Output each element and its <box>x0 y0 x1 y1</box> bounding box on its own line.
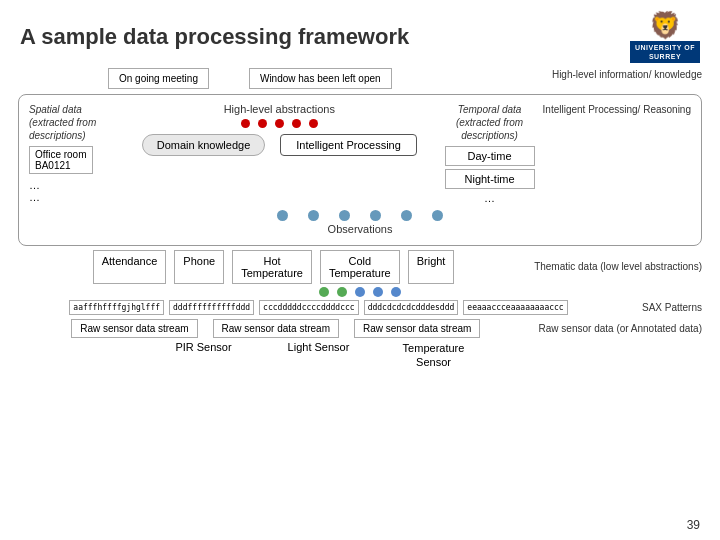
sensor-name-temperature: TemperatureSensor <box>384 341 484 370</box>
red-dot-5 <box>309 119 318 128</box>
red-dot-4 <box>292 119 301 128</box>
observations-label: Observations <box>29 223 691 235</box>
obs-circle-6 <box>432 210 443 221</box>
temporal-section: Temporal data(extracted fromdescriptions… <box>445 103 535 204</box>
spatial-label: Spatial data(extracted fromdescriptions) <box>29 103 114 142</box>
obs-circles-row <box>29 210 691 221</box>
sensor-name-light: Light Sensor <box>269 341 369 370</box>
framework-inner: Spatial data(extracted fromdescriptions)… <box>29 103 691 204</box>
main-content: On going meeting Window has been left op… <box>0 68 720 370</box>
obs-circle-1 <box>277 210 288 221</box>
sensor-boxes: Attendance Phone HotTemperature ColdTemp… <box>18 250 529 284</box>
domain-intel-row: Domain knowledge Intelligent Processing <box>142 134 417 156</box>
sax-pattern-5: eeaaaccceaaaaaaaaccc <box>463 300 567 315</box>
sensor-box-phone: Phone <box>174 250 224 284</box>
sax-label: SAX Patterns <box>624 302 702 313</box>
sax-pattern-2: dddffffffffffddd <box>169 300 254 315</box>
obs-circle-3 <box>339 210 350 221</box>
blue-circle-3 <box>391 287 401 297</box>
sax-pattern-4: dddcdcdcdcdddesddd <box>364 300 459 315</box>
high-level-abs-label: High-level abstractions <box>224 103 335 115</box>
thematic-label: Thematic data (low level abstractions) <box>534 260 702 274</box>
header: A sample data processing framework 🦁 UNI… <box>0 0 720 68</box>
raw-sensor-boxes: Raw sensor data stream Raw sensor data s… <box>18 319 534 338</box>
intel-reasoning-label: Intelligent Processing/ Reasoning <box>543 103 691 117</box>
red-dot-1 <box>241 119 250 128</box>
obs-circle-5 <box>401 210 412 221</box>
raw-sensor-label: Raw sensor data (or Annotated data) <box>539 322 702 336</box>
night-time-box: Night-time <box>445 169 535 189</box>
red-dot-2 <box>258 119 267 128</box>
raw-sensor-row: Raw sensor data stream Raw sensor data s… <box>18 319 702 338</box>
raw-sensor-box-1: Raw sensor data stream <box>71 319 197 338</box>
sensor-name-pir: PIR Sensor <box>154 341 254 370</box>
office-room-box: Office roomBA0121 <box>29 146 93 174</box>
sensor-box-cold-temp: ColdTemperature <box>320 250 400 284</box>
center-section: High-level abstractions Domain knowledge… <box>122 103 437 156</box>
intelligent-processing-box: Intelligent Processing <box>280 134 417 156</box>
green-circle-2 <box>337 287 347 297</box>
spatial-data-section: Spatial data(extracted fromdescriptions)… <box>29 103 114 203</box>
domain-knowledge-box: Domain knowledge <box>142 134 266 156</box>
university-logo: 🦁 UNIVERSITY OFSURREY <box>630 10 700 63</box>
sax-pattern-3: cccdddddccccddddccc <box>259 300 359 315</box>
sax-row: aafffhffffgjhglfff dddffffffffffddd cccd… <box>18 300 702 315</box>
sax-pattern-1: aafffhffffgjhglfff <box>69 300 164 315</box>
red-dot-3 <box>275 119 284 128</box>
logo-icon: 🦁 <box>649 10 681 41</box>
blue-circle-1 <box>355 287 365 297</box>
ellipsis-1: … <box>29 179 114 191</box>
blue-circle-2 <box>373 287 383 297</box>
day-time-box: Day-time <box>445 146 535 166</box>
red-dots-row <box>241 119 318 128</box>
page-wrapper: A sample data processing framework 🦁 UNI… <box>0 0 720 540</box>
obs-circle-4 <box>370 210 381 221</box>
sensor-names-row: PIR Sensor Light Sensor TemperatureSenso… <box>18 341 702 370</box>
green-circle-1 <box>319 287 329 297</box>
ongoing-meeting-box: On going meeting <box>108 68 209 89</box>
temporal-label: Temporal data(extracted fromdescriptions… <box>445 103 535 142</box>
high-level-info: High-level information/ knowledge <box>552 68 702 82</box>
green-circles-row <box>18 287 702 297</box>
obs-circle-2 <box>308 210 319 221</box>
top-row: On going meeting Window has been left op… <box>18 68 702 89</box>
sensor-row: Attendance Phone HotTemperature ColdTemp… <box>18 250 702 284</box>
ellipsis-temporal: … <box>445 192 535 204</box>
window-open-box: Window has been left open <box>249 68 392 89</box>
logo-text: UNIVERSITY OFSURREY <box>630 41 700 63</box>
raw-sensor-box-3: Raw sensor data stream <box>354 319 480 338</box>
sensor-box-bright: Bright <box>408 250 455 284</box>
ellipsis-2: … <box>29 191 114 203</box>
sensor-box-attendance: Attendance <box>93 250 167 284</box>
page-number: 39 <box>687 518 700 532</box>
main-framework-box: Spatial data(extracted fromdescriptions)… <box>18 94 702 246</box>
raw-sensor-box-2: Raw sensor data stream <box>213 319 339 338</box>
page-title: A sample data processing framework <box>20 24 409 50</box>
sensor-box-hot-temp: HotTemperature <box>232 250 312 284</box>
sax-boxes: aafffhffffgjhglfff dddffffffffffddd cccd… <box>18 300 619 315</box>
